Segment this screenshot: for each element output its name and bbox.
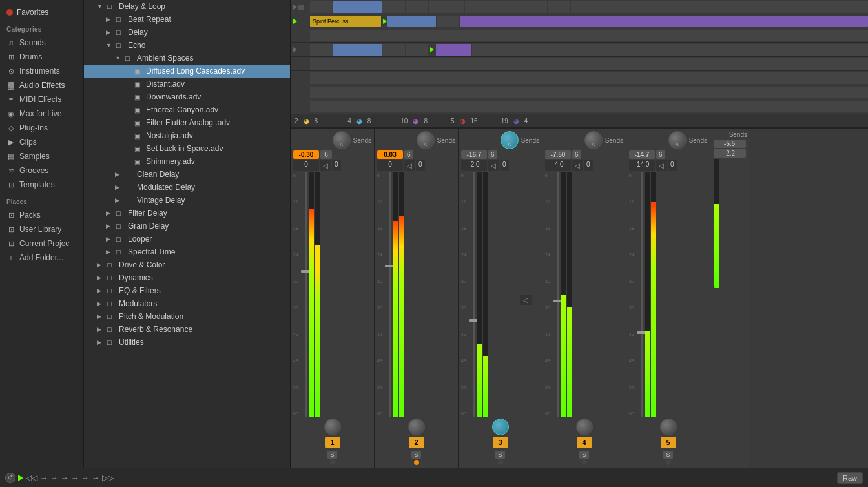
- clip[interactable]: [333, 30, 868, 41]
- stop-btn[interactable]: [298, 5, 304, 10]
- tree-item-ethereal[interactable]: ▶ ▣ Ethereal Canyon.adv: [84, 103, 290, 116]
- fader-rail-5[interactable]: [641, 172, 643, 417]
- transport-arrow-5[interactable]: →: [81, 473, 89, 482]
- play-icon[interactable]: [383, 19, 387, 24]
- tree-item-ambient-spaces[interactable]: ▼ □ Ambient Spaces: [84, 52, 290, 65]
- fader-rail-4[interactable]: [557, 172, 559, 417]
- pan-value-1[interactable]: 0: [293, 160, 319, 171]
- db-value-5[interactable]: -14.7: [629, 150, 655, 159]
- play-icon[interactable]: [293, 47, 297, 52]
- sidebar-item-midi-effects[interactable]: ≡ MIDI Effects: [0, 92, 83, 107]
- pan-value-3[interactable]: -2.0: [461, 160, 487, 171]
- transport-arrow-1[interactable]: →: [40, 473, 48, 482]
- tree-item-pitch-modulation[interactable]: ▶ □ Pitch & Modulation: [84, 310, 290, 323]
- clip[interactable]: [512, 1, 547, 13]
- clip[interactable]: [388, 16, 436, 27]
- clip[interactable]: [382, 1, 405, 13]
- tree-item-set-back[interactable]: ▶ ▣ Set back in Space.adv: [84, 142, 290, 155]
- transport-play-icon[interactable]: [18, 475, 23, 481]
- sidebar-item-grooves[interactable]: ≋ Grooves: [0, 163, 83, 178]
- clip-spirit-percussion[interactable]: Spirit Percussi: [310, 16, 381, 27]
- clip[interactable]: [460, 16, 868, 27]
- sidebar-item-packs[interactable]: ⊡ Packs: [0, 208, 83, 222]
- tree-item-delay[interactable]: ▶ □ Delay: [84, 26, 290, 39]
- volume-knob-5[interactable]: [660, 419, 677, 435]
- send-knob-3[interactable]: A: [501, 131, 519, 149]
- sidebar-item-instruments[interactable]: ⊙ Instruments: [0, 64, 83, 78]
- tree-item-distant[interactable]: ▶ ▣ Distant.adv: [84, 78, 290, 90]
- clip[interactable]: [406, 1, 428, 13]
- sidebar-item-clips[interactable]: ▶ Clips: [0, 135, 83, 149]
- tree-item-filter-flutter[interactable]: ▶ ▣ Filter Flutter Analog .adv: [84, 116, 290, 129]
- volume-knob-4[interactable]: [576, 419, 593, 435]
- sidebar-item-sounds[interactable]: ♫ Sounds: [0, 36, 83, 50]
- tree-item-vintage-delay[interactable]: ▶ Vintage Delay: [84, 194, 290, 207]
- clip[interactable]: [488, 1, 511, 13]
- tree-item-shimmery[interactable]: ▶ ▣ Shimmery.adv: [84, 155, 290, 168]
- send-knob-1[interactable]: A: [333, 131, 351, 149]
- clip[interactable]: [465, 1, 488, 13]
- solo-button-3[interactable]: S: [495, 451, 504, 459]
- tree-item-utilities[interactable]: ▶ □ Utilities: [84, 336, 290, 349]
- tree-item-modulators[interactable]: ▶ □ Modulators: [84, 297, 290, 310]
- solo-button-1[interactable]: S: [327, 451, 336, 459]
- clip[interactable]: [310, 58, 868, 70]
- clip[interactable]: [571, 1, 868, 13]
- sidebar-item-add-folder[interactable]: + Add Folder...: [0, 251, 83, 265]
- tree-item-beat-repeat[interactable]: ▶ □ Beat Repeat: [84, 13, 290, 26]
- fader-rail-1[interactable]: [305, 172, 307, 417]
- tree-item-delay-loop[interactable]: ▼ □ Delay & Loop: [84, 0, 290, 13]
- tree-item-eq-filters[interactable]: ▶ □ EQ & Filters: [84, 284, 290, 297]
- volume-knob-2[interactable]: [408, 419, 425, 435]
- clip[interactable]: [310, 101, 868, 112]
- sidebar-item-samples[interactable]: ▤ Samples: [0, 149, 83, 163]
- clip[interactable]: [333, 44, 382, 56]
- tree-item-grain-delay[interactable]: ▶ □ Grain Delay: [84, 220, 290, 233]
- volume-knob-3[interactable]: [492, 419, 509, 435]
- tree-item-dynamics[interactable]: ▶ □ Dynamics: [84, 271, 290, 284]
- sidebar-item-user-library[interactable]: ⊡ User Library: [0, 222, 83, 236]
- tree-item-modulated-delay[interactable]: ▶ Modulated Delay: [84, 181, 290, 194]
- clip[interactable]: [333, 1, 382, 13]
- sidebar-item-max-for-live[interactable]: ◉ Max for Live: [0, 107, 83, 121]
- clip[interactable]: [310, 30, 333, 41]
- sidebar-item-current-project[interactable]: ⊡ Current Projec: [0, 236, 83, 251]
- clip[interactable]: [310, 1, 333, 13]
- clip[interactable]: [310, 44, 333, 56]
- clip[interactable]: [548, 1, 570, 13]
- solo-button-2[interactable]: S: [411, 451, 420, 459]
- volume-knob-1[interactable]: [324, 419, 341, 435]
- tree-item-downwards[interactable]: ▶ ▣ Downwards.adv: [84, 90, 290, 103]
- sidebar-item-plug-ins[interactable]: ◇ Plug-Ins: [0, 121, 83, 135]
- play-icon[interactable]: [293, 19, 297, 24]
- play-icon[interactable]: [430, 47, 434, 52]
- loop-icon[interactable]: ↺: [5, 473, 16, 483]
- transport-arrow-6[interactable]: →: [92, 473, 99, 482]
- tree-item-looper[interactable]: ▶ □ Looper: [84, 233, 290, 245]
- db-value-1[interactable]: -0.30: [293, 150, 319, 159]
- solo-button-4[interactable]: S: [579, 451, 588, 459]
- send-knob-2[interactable]: A: [417, 131, 435, 149]
- clip[interactable]: [437, 16, 459, 27]
- raw-button[interactable]: Raw: [837, 472, 863, 484]
- send-knob-4[interactable]: A: [584, 131, 603, 149]
- tree-item-diffused[interactable]: ▶ ▣ Diffused Long Cascades.adv: [84, 65, 290, 78]
- transport-forward[interactable]: ▷▷: [102, 473, 114, 482]
- db-value-2[interactable]: 0.03: [377, 150, 403, 159]
- tree-item-clean-delay[interactable]: ▶ Clean Delay: [84, 168, 290, 181]
- tree-item-echo[interactable]: ▼ □ Echo: [84, 39, 290, 52]
- solo-button-5[interactable]: S: [663, 451, 672, 459]
- transport-arrow-3[interactable]: →: [61, 473, 68, 482]
- fader-rail-2[interactable]: [389, 172, 391, 417]
- pan-value-4[interactable]: -4.0: [545, 160, 571, 171]
- pan-value-5[interactable]: -14.0: [629, 160, 655, 171]
- transport-back[interactable]: ◁◁: [26, 473, 37, 482]
- clip[interactable]: [406, 44, 428, 56]
- tree-item-reverb-resonance[interactable]: ▶ □ Reverb & Resonance: [84, 323, 290, 336]
- play-icon[interactable]: [293, 5, 297, 10]
- sidebar-item-templates[interactable]: ⊡ Templates: [0, 178, 83, 192]
- tree-item-drive-color[interactable]: ▶ □ Drive & Color: [84, 258, 290, 271]
- favorites-header[interactable]: Favorites: [0, 5, 83, 19]
- clip[interactable]: [310, 87, 868, 98]
- fader-rail-3[interactable]: [473, 172, 475, 417]
